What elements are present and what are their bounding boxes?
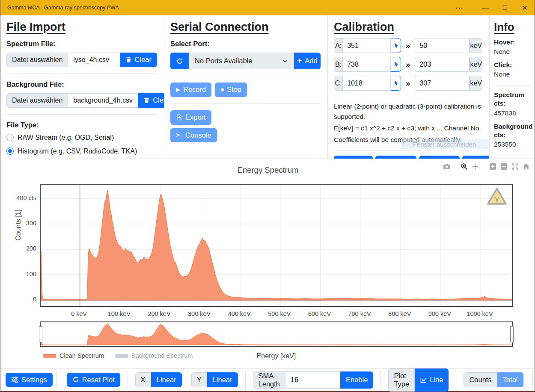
background-clear-button[interactable]: Clear [138, 93, 164, 108]
pan-icon[interactable] [471, 162, 479, 171]
reset-plot-button[interactable]: Reset Plot [67, 373, 120, 387]
divider [170, 76, 321, 76]
stop-button[interactable]: ■ Stop [215, 83, 247, 97]
file-import-panel: File Import Spectrum File: Datei auswähl… [0, 15, 164, 159]
gamma-mca-watermark: γ [487, 187, 507, 207]
cal-a-label: A: [334, 38, 343, 53]
y-scale-group: Y Linear [191, 372, 238, 387]
x-tick-label: 500 keV [262, 310, 297, 317]
legend-background-spectrum[interactable]: Background Spectrum [115, 352, 193, 359]
range-slider[interactable] [40, 321, 513, 347]
home-icon[interactable] [522, 162, 530, 171]
spectrum-chart[interactable] [41, 185, 512, 306]
radio-histogram[interactable]: Histogram (e.g. CSV, RadiaCode, TKA) [6, 147, 157, 155]
spectrum-cts-label: Spectrum cts: [494, 91, 531, 108]
x-tick-label: 1000 keV [463, 310, 497, 317]
y-tick-label: 0 [0, 296, 36, 303]
x-tick-label: 400 keV [222, 310, 256, 317]
radio-unchecked-icon[interactable] [6, 134, 14, 141]
cal-c-energy-input[interactable] [415, 76, 470, 91]
port-select[interactable]: No Ports Available [189, 53, 294, 69]
divider [6, 74, 157, 74]
chart-legend: Clean Spectrum Background Spectrum [43, 352, 193, 359]
line-chart-icon [420, 377, 427, 383]
cal-a-energy-input[interactable] [415, 38, 470, 53]
radio-checked-icon[interactable] [6, 147, 14, 155]
cal-b-energy-input[interactable] [415, 57, 470, 72]
spectrum-file-choose-button[interactable]: Datei auswählen [6, 53, 68, 67]
close-icon[interactable]: × [515, 0, 535, 15]
hover-label: Hover: [494, 38, 531, 47]
spectrum-clear-button[interactable]: Clear [120, 53, 157, 67]
legend-clean-spectrum[interactable]: Clean Spectrum [43, 352, 104, 359]
cal-b-unit: keV [470, 57, 482, 72]
toolbar-divider [245, 371, 246, 389]
calibration-reset-button[interactable]: Reset [334, 156, 373, 159]
minimize-icon[interactable]: — [476, 0, 495, 15]
serial-export-button[interactable]: Export [170, 110, 211, 125]
counts-label: Counts [464, 372, 497, 387]
background-cts-value: 253550 [494, 141, 531, 148]
cal-c-channel-input[interactable] [343, 76, 391, 91]
sma-enable-button[interactable]: Enable [340, 371, 373, 389]
plus-icon: + [297, 56, 302, 66]
cal-c-unit: keV [470, 76, 482, 91]
click-label: Click: [494, 61, 531, 69]
x-scale-label: X [135, 372, 151, 387]
refresh-ports-button[interactable] [170, 53, 189, 69]
maximize-icon[interactable]: □ [495, 0, 515, 15]
x-tick-label: 600 keV [302, 310, 336, 317]
record-button[interactable]: ▶ Record [170, 83, 211, 97]
x-tick-label: 200 keV [142, 310, 176, 317]
x-scale-group: X Linear [135, 372, 182, 387]
sliders-icon [11, 376, 18, 383]
plot-type-label: Plot Type [388, 368, 415, 392]
clean-spectrum-swatch [43, 354, 56, 358]
plot-section: Energy Spectrum Counts [1] 0100200300400… [0, 159, 535, 368]
calibration-heading: Calibration [334, 21, 482, 34]
zoom-out-icon[interactable] [500, 162, 508, 171]
y-tick-label: 100 [0, 271, 36, 277]
y-scale-button[interactable]: Linear [207, 372, 238, 387]
calibration-delete-button[interactable]: Delete [375, 156, 416, 159]
x-tick-label: 100 keV [102, 310, 136, 317]
counts-total-button[interactable]: Total [497, 372, 523, 387]
cursor-icon [393, 61, 399, 68]
range-slider-right-handle[interactable] [510, 326, 514, 342]
background-cts-label: Background cts: [494, 122, 531, 139]
plot-type-button[interactable]: Line [415, 368, 449, 392]
camera-icon[interactable] [443, 162, 451, 171]
cal-a-pick-button[interactable] [391, 38, 401, 53]
cal-b-channel-input[interactable] [343, 57, 391, 72]
trash-icon [125, 56, 132, 63]
zoom-in-icon[interactable] [489, 162, 497, 171]
cal-b-pick-button[interactable] [391, 57, 401, 72]
spectrum-file-label: Spectrum File: [6, 40, 157, 48]
reset-plot-icon [72, 376, 79, 383]
zoom-icon[interactable] [460, 162, 468, 171]
range-slider-chart [41, 322, 512, 346]
settings-button[interactable]: Settings [6, 373, 53, 387]
range-slider-left-handle[interactable] [39, 326, 42, 342]
autoscale-icon[interactable] [511, 162, 519, 171]
x-scale-button[interactable]: Linear [151, 372, 182, 387]
background-file-choose-button[interactable]: Datei auswählen [6, 93, 68, 108]
refresh-icon [176, 58, 183, 65]
divider [334, 150, 482, 150]
range-slider-area [41, 324, 512, 345]
background-file-label: Background File: [6, 80, 157, 88]
y-tick-label: 400 cts [0, 195, 36, 201]
info-heading: Info [494, 21, 531, 34]
port-select-group: No Ports Available + Add [170, 53, 321, 69]
x-tick-label: 800 keV [383, 310, 417, 317]
serial-console-button[interactable]: >_ Console [170, 128, 217, 143]
background-spectrum-swatch [115, 354, 128, 358]
cal-a-channel-input[interactable] [343, 38, 391, 53]
calibration-export-button[interactable]: Export [462, 156, 490, 159]
add-port-button[interactable]: + Add [294, 53, 321, 69]
calibration-import-button[interactable]: Import [419, 156, 460, 159]
radio-raw-stream[interactable]: RAW Stream (e.g. OGD, Serial) [6, 134, 157, 141]
cal-c-pick-button[interactable] [391, 76, 401, 91]
sma-length-input[interactable] [285, 371, 340, 389]
more-options-icon[interactable]: ··· [450, 0, 470, 15]
